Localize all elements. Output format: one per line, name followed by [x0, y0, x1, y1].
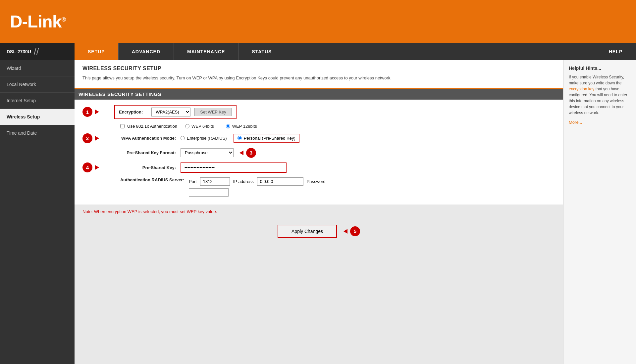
- personal-label: Personal (Pre-Shared Key): [244, 136, 295, 141]
- sidebar-item-time-date[interactable]: Time and Date: [0, 125, 75, 141]
- radius-label: Authentication RADIUS Server:: [120, 177, 189, 182]
- tab-help[interactable]: HELP: [596, 43, 636, 60]
- header: D-Link®: [0, 0, 636, 43]
- tab-status[interactable]: STATUS: [238, 43, 285, 60]
- password-label: Password: [307, 179, 326, 184]
- note-text: Note: When encryption WEP is selected, y…: [82, 209, 563, 214]
- settings-form: WIRELEES SECURITY SETTINGS 1 Encryption:…: [75, 89, 563, 205]
- sidebar-item-local-network[interactable]: Local Network: [0, 76, 75, 93]
- model-badge: DSL-2730U //: [0, 43, 75, 60]
- wep-64-radio[interactable]: [185, 124, 189, 128]
- settings-title: WIRELEES SECURITY SETTINGS: [75, 89, 563, 100]
- help-title: Helpful Hints...: [569, 66, 631, 71]
- psk-label: Pre-Shared Key:: [114, 165, 181, 170]
- sidebar-item-wireless-setup[interactable]: Wireless Setup: [0, 109, 75, 125]
- arrow-2: [95, 136, 99, 141]
- help-panel: Helpful Hints... If you enable Wireless …: [563, 60, 636, 364]
- use-8021x-label: Use 802.1x Authentication: [127, 124, 177, 129]
- wep-64-label: WEP 64bits: [191, 124, 214, 129]
- help-body: If you enable Wireless Security, make su…: [569, 74, 631, 116]
- page-header-box: WIRELESS SECURITY SETUP This page allows…: [75, 60, 563, 89]
- encryption-label: Encryption:: [119, 110, 147, 114]
- arrow-3: [239, 151, 243, 155]
- page-description: This page allows you setup the wireless …: [82, 75, 555, 81]
- ip-label: IP address: [233, 179, 254, 184]
- apply-changes-button[interactable]: Apply Changes: [278, 225, 337, 238]
- use-8021x-checkbox[interactable]: [120, 124, 125, 128]
- port-label: Port: [189, 179, 197, 184]
- encryption-select[interactable]: WPA2(AES) None WEP WPA(TKIP) WPA2(Mixed): [151, 108, 190, 116]
- arrow-5: [344, 229, 347, 234]
- radius-password-input[interactable]: [189, 188, 229, 197]
- nav-tabs: DSL-2730U // SETUP ADVANCED MAINTENANCE …: [0, 43, 636, 60]
- sidebar: Wizard Local Network Internet Setup Wire…: [0, 60, 75, 364]
- callout-4: 4: [82, 162, 92, 172]
- arrow-1: [95, 110, 99, 114]
- sidebar-item-wizard[interactable]: Wizard: [0, 60, 75, 76]
- callout-3: 3: [246, 148, 256, 158]
- enterprise-radio[interactable]: [181, 136, 185, 140]
- arrow-4: [95, 165, 99, 170]
- psk-format-select[interactable]: Passphrase HEX (64 chars): [181, 148, 234, 157]
- main-layout: Wizard Local Network Internet Setup Wire…: [0, 60, 636, 364]
- wep-128-radio[interactable]: [226, 124, 230, 128]
- left-content: WIRELESS SECURITY SETUP This page allows…: [75, 60, 563, 364]
- psk-input[interactable]: [181, 162, 287, 173]
- personal-radio[interactable]: [238, 136, 242, 140]
- nav-slashes: //: [34, 46, 39, 57]
- enterprise-label: Enterprise (RADIUS): [187, 136, 227, 141]
- tab-setup[interactable]: SETUP: [75, 43, 119, 60]
- wep-128-label: WEP 128bits: [232, 124, 257, 129]
- ip-input[interactable]: [257, 177, 303, 186]
- callout-2: 2: [82, 133, 92, 143]
- tab-advanced[interactable]: ADVANCED: [119, 43, 174, 60]
- help-highlight[interactable]: encryption key: [569, 87, 594, 91]
- inner-layout: WIRELESS SECURITY SETUP This page allows…: [75, 60, 636, 364]
- apply-area: Apply Changes 5: [75, 219, 563, 243]
- set-wep-key-button[interactable]: Set WEP Key: [194, 108, 232, 116]
- wpa-auth-label: WPA Authentication Mode:: [114, 136, 181, 141]
- sidebar-item-internet-setup[interactable]: Internet Setup: [0, 93, 75, 109]
- psk-format-label: Pre-Shared Key Format:: [114, 150, 181, 155]
- personal-radio-box: Personal (Pre-Shared Key): [234, 134, 299, 143]
- callout-1: 1: [82, 107, 92, 117]
- help-more-link[interactable]: More...: [569, 120, 631, 125]
- logo: D-Link®: [10, 12, 66, 31]
- page-title: WIRELESS SECURITY SETUP: [82, 66, 555, 71]
- tab-maintenance[interactable]: MAINTENANCE: [174, 43, 238, 60]
- port-input[interactable]: [200, 177, 230, 186]
- callout-5: 5: [350, 226, 360, 236]
